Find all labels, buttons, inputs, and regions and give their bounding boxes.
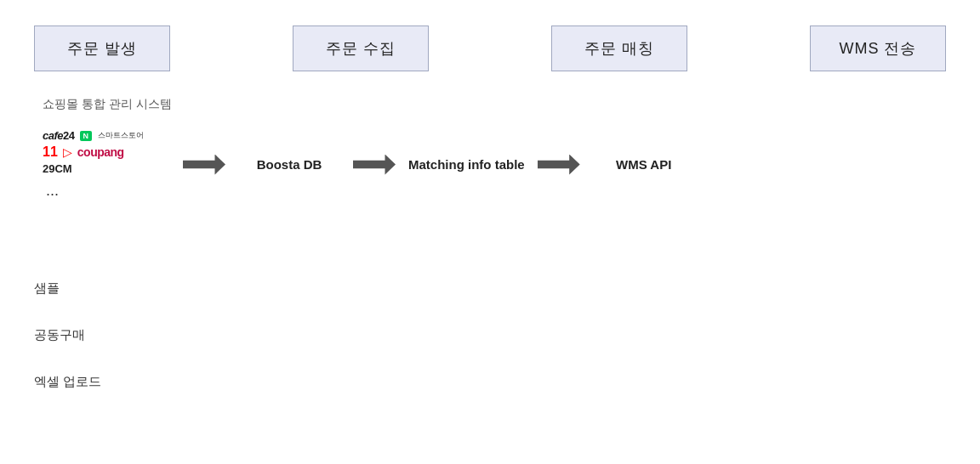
arrow-1-icon xyxy=(183,155,225,175)
flow-box-label-3: WMS 전송 xyxy=(840,40,917,57)
logo-row-3: 29CM xyxy=(43,162,144,175)
flow-box-order-collection: 주문 수집 xyxy=(293,25,429,71)
platform-logos: cafe24 N 스마트스토어 11 ▷ coupang 29CM xyxy=(43,129,144,175)
platforms-ellipsis: ... xyxy=(46,182,59,200)
top-flow: 주문 발생 주문 수집 주문 매칭 WMS 전송 xyxy=(34,25,946,71)
arrow-3-icon xyxy=(538,155,580,175)
coupang-logo: coupang xyxy=(77,145,124,159)
arrow-2-icon xyxy=(353,155,396,175)
group-buy-note: 공동구매 xyxy=(34,327,101,343)
diagram-area: cafe24 N 스마트스토어 11 ▷ coupang 29CM ... xyxy=(34,129,946,200)
matching-info-table-node: Matching info table xyxy=(408,157,525,172)
wms-api-node: WMS API xyxy=(593,157,695,172)
arrow-2-block xyxy=(340,155,408,175)
sample-note: 샘플 xyxy=(34,280,101,297)
logo-row-1: cafe24 N 스마트스토어 xyxy=(43,129,144,142)
flow-box-label-0: 주문 발생 xyxy=(67,40,137,57)
11st-logo: 11 xyxy=(43,145,58,159)
naver-smartstore-text: 스마트스토어 xyxy=(98,130,144,141)
boosta-db-node: Boosta DB xyxy=(238,157,340,172)
11st-arrow-icon: ▷ xyxy=(63,145,72,159)
flow-box-wms-transfer: WMS 전송 xyxy=(810,25,946,71)
cafe24-logo: cafe24 xyxy=(43,129,75,142)
logo-row-2: 11 ▷ coupang xyxy=(43,145,144,159)
excel-upload-note: 엑셀 업로드 xyxy=(34,374,101,390)
side-notes: 샘플 공동구매 엑셀 업로드 xyxy=(34,280,101,390)
flow-box-label-2: 주문 매칭 xyxy=(584,40,654,57)
page-wrapper: 주문 발생 주문 수집 주문 매칭 WMS 전송 쇼핑몰 통합 관리 시스템 c… xyxy=(0,0,980,464)
arrow-3-block xyxy=(525,155,593,175)
flow-box-label-1: 주문 수집 xyxy=(326,40,396,57)
arrow-1-block xyxy=(170,155,238,175)
flow-box-order-generation: 주문 발생 xyxy=(34,25,170,71)
section-label: 쇼핑몰 통합 관리 시스템 xyxy=(43,97,946,112)
29cm-logo: 29CM xyxy=(43,162,72,175)
platforms-block: cafe24 N 스마트스토어 11 ▷ coupang 29CM ... xyxy=(34,129,170,200)
flow-box-order-matching: 주문 매칭 xyxy=(551,25,687,71)
naver-badge: N xyxy=(80,131,92,141)
